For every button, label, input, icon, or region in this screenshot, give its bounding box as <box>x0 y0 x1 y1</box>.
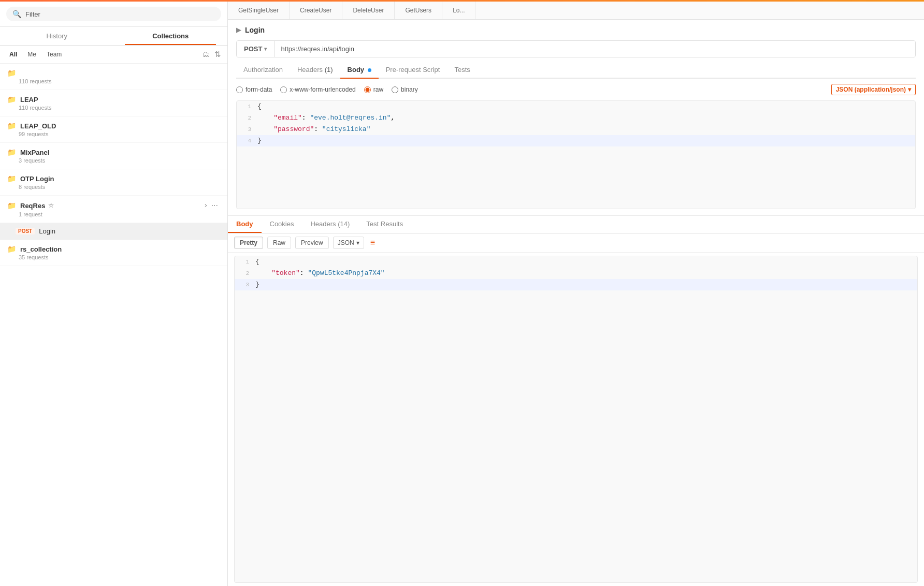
code-line: 1 { <box>237 101 915 112</box>
tab-authorization[interactable]: Authorization <box>236 62 290 78</box>
filter-all[interactable]: All <box>6 50 20 59</box>
tab-tests[interactable]: Tests <box>447 62 477 78</box>
collection-header: 📁 <box>7 69 220 77</box>
response-tabs: Body Cookies Headers (14) Test Results <box>228 216 924 233</box>
tab-collections[interactable]: Collections <box>114 27 228 45</box>
search-bar: 🔍 <box>0 2 227 27</box>
method-label: POST <box>244 45 262 53</box>
editor-spacer[interactable] <box>235 290 917 332</box>
list-item[interactable]: 📁 LEAP 110 requests <box>0 90 227 116</box>
chevron-right-icon[interactable]: ▶ <box>236 26 241 34</box>
sort-icon[interactable]: ⇅ <box>214 50 221 59</box>
tab-login[interactable]: Lo... <box>442 2 475 19</box>
collection-meta: 3 requests <box>19 157 220 164</box>
request-body-editor[interactable]: 1 { 2 "email": "eve.holt@reqres.in", 3 "… <box>236 100 916 209</box>
resp-preview-btn[interactable]: Preview <box>295 237 329 249</box>
folder-icon: 📁 <box>7 201 16 210</box>
tab-resp-testresults[interactable]: Test Results <box>358 216 411 233</box>
star-icon[interactable]: ☆ <box>48 202 54 209</box>
collection-header: 📁 OTP Login <box>7 174 220 183</box>
tab-getusers[interactable]: GetUsers <box>395 2 442 19</box>
resp-json-dropdown[interactable]: JSON ▾ <box>333 237 364 249</box>
method-dropdown-icon: ▾ <box>264 46 267 52</box>
code-line: 1 { <box>235 256 917 268</box>
tab-resp-cookies[interactable]: Cookies <box>262 216 302 233</box>
list-item[interactable]: 📁 OTP Login 8 requests <box>0 169 227 196</box>
search-icon: 🔍 <box>12 10 21 18</box>
folder-icon: 📁 <box>7 148 16 156</box>
collection-name: OTP Login <box>20 175 54 183</box>
resp-raw-btn[interactable]: Raw <box>267 237 291 249</box>
radio-binary[interactable]: binary <box>392 86 418 93</box>
tab-prerequest[interactable]: Pre-request Script <box>379 62 447 78</box>
json-dropdown-icon: ▾ <box>908 86 911 93</box>
collection-name: ReqRes ☆ <box>20 202 54 210</box>
json-type-select[interactable]: JSON (application/json) ▾ <box>831 84 916 95</box>
list-item[interactable]: 📁 110 requests <box>0 64 227 90</box>
expand-arrow[interactable]: › <box>205 201 207 210</box>
list-item[interactable]: 📁 LEAP_OLD 99 requests <box>0 116 227 143</box>
request-title: Login <box>245 26 265 34</box>
tab-createuser[interactable]: CreateUser <box>290 2 342 19</box>
collection-name: MixPanel <box>20 149 49 156</box>
collection-header: 📁 MixPanel <box>7 148 220 156</box>
collection-meta: 110 requests <box>19 78 220 84</box>
collections-list: 📁 110 requests 📁 LEAP 110 requests 📁 LEA… <box>0 64 227 586</box>
collection-meta: 35 requests <box>19 254 220 260</box>
radio-formdata[interactable]: form-data <box>236 86 272 93</box>
filter-actions: 🗂 ⇅ <box>203 50 221 59</box>
response-area: Body Cookies Headers (14) Test Results P… <box>228 216 924 586</box>
collection-name: LEAP_OLD <box>20 122 56 130</box>
tab-body[interactable]: Body <box>340 62 379 79</box>
collection-meta: 110 requests <box>19 105 220 111</box>
resp-json-arrow-icon: ▾ <box>356 239 359 246</box>
resp-options-bar: Pretty Raw Preview JSON ▾ ≡ <box>228 233 924 253</box>
post-label: Login <box>39 227 55 235</box>
collection-header: 📁 ReqRes ☆ › ··· <box>7 201 220 210</box>
url-bar: POST ▾ <box>236 40 916 57</box>
folder-icon: 📁 <box>7 122 16 130</box>
tab-resp-body[interactable]: Body <box>228 216 262 233</box>
tab-resp-headers[interactable]: Headers (14) <box>302 216 358 233</box>
response-body-editor[interactable]: 1 { 2 "token": "QpwL5tke4Pnpja7X4" 3 } <box>234 256 918 583</box>
code-line: 3 "password": "cityslicka" <box>237 124 915 135</box>
body-dot <box>368 68 371 72</box>
collection-name: LEAP <box>20 96 38 104</box>
more-options-icon[interactable]: ··· <box>209 201 220 210</box>
resp-format-icon[interactable]: ≡ <box>370 238 375 247</box>
collection-meta: 1 request <box>19 211 220 217</box>
radio-urlencoded[interactable]: x-www-form-urlencoded <box>280 86 355 93</box>
tab-getsingleuser[interactable]: GetSingleUser <box>228 2 290 19</box>
new-collection-icon[interactable]: 🗂 <box>203 50 210 59</box>
request-area: ▶ Login POST ▾ Authorization Headers (1) <box>228 20 924 216</box>
filter-me[interactable]: Me <box>24 50 39 59</box>
list-item[interactable]: 📁 rs_collection 35 requests <box>0 240 227 266</box>
code-line: 2 "email": "eve.holt@reqres.in", <box>237 112 915 124</box>
tab-history[interactable]: History <box>0 27 114 45</box>
nav-tabs: History Collections <box>0 27 227 46</box>
search-input[interactable] <box>25 10 215 18</box>
url-input[interactable] <box>275 41 915 57</box>
right-panel: GetSingleUser CreateUser DeleteUser GetU… <box>228 2 924 586</box>
collection-meta: 8 requests <box>19 184 220 190</box>
editor-spacer[interactable] <box>237 146 915 209</box>
resp-pretty-btn[interactable]: Pretty <box>234 237 263 249</box>
collection-header: 📁 LEAP <box>7 95 220 104</box>
filter-team[interactable]: Team <box>44 50 65 59</box>
list-item[interactable]: 📁 ReqRes ☆ › ··· 1 request <box>0 196 227 223</box>
request-tabs-bar: GetSingleUser CreateUser DeleteUser GetU… <box>228 2 924 20</box>
body-options: form-data x-www-form-urlencoded raw bina… <box>236 79 916 100</box>
search-wrap[interactable]: 🔍 <box>6 7 221 21</box>
collection-header: 📁 rs_collection <box>7 245 220 253</box>
code-line: 3 } <box>235 279 917 290</box>
folder-icon: 📁 <box>7 95 16 104</box>
tab-headers[interactable]: Headers (1) <box>290 62 340 78</box>
post-login-item[interactable]: POST Login <box>0 223 227 240</box>
radio-raw[interactable]: raw <box>364 86 383 93</box>
req-options-tabs: Authorization Headers (1) Body Pre-reque… <box>236 62 916 79</box>
code-line: 2 "token": "QpwL5tke4Pnpja7X4" <box>235 268 917 279</box>
tab-deleteuser[interactable]: DeleteUser <box>342 2 395 19</box>
list-item[interactable]: 📁 MixPanel 3 requests <box>0 143 227 169</box>
request-title-row: ▶ Login <box>236 26 916 34</box>
method-select[interactable]: POST ▾ <box>237 41 275 57</box>
